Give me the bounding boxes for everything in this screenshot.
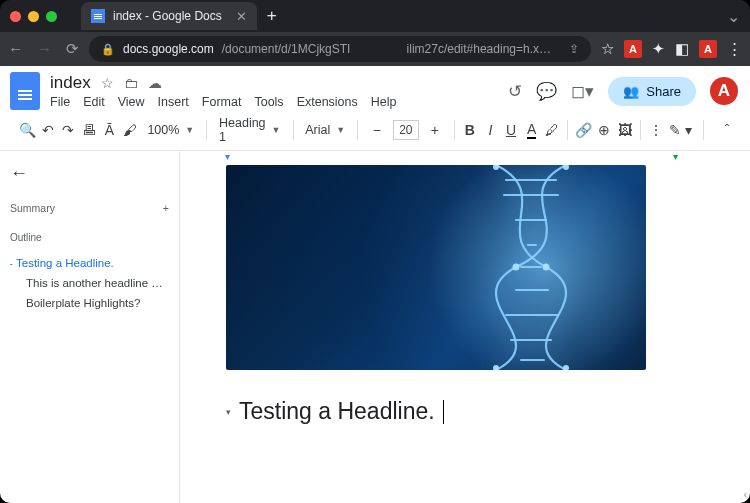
outline-item-0[interactable]: Testing a Headline. xyxy=(10,253,169,273)
minimize-window[interactable] xyxy=(28,11,39,22)
tab-close-icon[interactable]: ✕ xyxy=(236,9,247,24)
os-titlebar: index - Google Docs ✕ + ⌄ xyxy=(0,0,750,32)
bookmark-star-icon[interactable]: ☆ xyxy=(601,40,614,58)
meet-icon[interactable]: ◻▾ xyxy=(571,81,594,102)
extensions-puzzle-icon[interactable]: ✦ xyxy=(652,40,665,58)
font-size-control: − 20 + xyxy=(364,117,448,143)
menu-extensions[interactable]: Extensions xyxy=(297,95,358,109)
nav-reload-icon[interactable]: ⟳ xyxy=(66,40,79,58)
docs-favicon-icon xyxy=(91,9,105,23)
text-color-button[interactable]: A xyxy=(522,117,541,143)
document-canvas[interactable]: ▾ Testing a Headline. xyxy=(180,151,750,503)
paint-format-icon[interactable]: 🖌 xyxy=(121,117,140,143)
account-avatar[interactable]: A xyxy=(710,77,738,105)
profile-square-icon[interactable]: ◧ xyxy=(675,40,689,58)
zoom-select[interactable]: 100%▼ xyxy=(141,123,200,137)
move-folder-icon[interactable]: 🗀 xyxy=(124,75,138,91)
share-person-icon: 👥 xyxy=(623,84,639,99)
cloud-status-icon[interactable]: ☁ xyxy=(148,75,162,91)
insert-comment-icon[interactable]: ⊕ xyxy=(595,117,614,143)
svg-point-10 xyxy=(563,165,569,170)
tab-overflow-icon[interactable]: ⌄ xyxy=(727,7,740,26)
history-icon[interactable]: ↺ xyxy=(508,81,522,102)
collapse-toolbar-icon[interactable]: ˆ xyxy=(714,117,740,143)
dna-helix-icon xyxy=(466,165,596,370)
menu-edit[interactable]: Edit xyxy=(83,95,105,109)
menu-format[interactable]: Format xyxy=(202,95,242,109)
italic-button[interactable]: I xyxy=(481,117,500,143)
font-select[interactable]: Arial▼ xyxy=(299,123,351,137)
browser-tabstrip: index - Google Docs ✕ + xyxy=(81,2,277,30)
address-bar[interactable]: 🔒 docs.google.com/document/d/1MCjkgSTI i… xyxy=(89,36,591,62)
text-cursor xyxy=(443,400,444,424)
menu-insert[interactable]: Insert xyxy=(158,95,189,109)
collapse-heading-icon[interactable]: ▾ xyxy=(226,407,231,417)
svg-point-13 xyxy=(563,365,569,370)
svg-point-12 xyxy=(513,264,520,271)
menu-view[interactable]: View xyxy=(118,95,145,109)
sidebar-back-icon[interactable]: ← xyxy=(10,163,169,184)
docs-app: index ☆ 🗀 ☁ File Edit View Insert Format… xyxy=(0,66,750,503)
star-icon[interactable]: ☆ xyxy=(101,75,114,91)
docs-menubar: index ☆ 🗀 ☁ File Edit View Insert Format… xyxy=(0,66,750,112)
docs-logo-icon[interactable] xyxy=(10,72,40,110)
svg-point-14 xyxy=(493,365,499,370)
url-host: docs.google.com xyxy=(123,42,214,56)
outline-item-2[interactable]: Boilerplate Highlights? xyxy=(10,293,169,313)
font-value: Arial xyxy=(305,123,330,137)
menu-row: File Edit View Insert Format Tools Exten… xyxy=(50,95,397,109)
paragraph-style-select[interactable]: Heading 1▼ xyxy=(213,116,287,144)
browser-menu-icon[interactable]: ⋮ xyxy=(727,40,742,58)
summary-label: Summary xyxy=(10,202,55,214)
font-size-decrease[interactable]: − xyxy=(364,117,390,143)
docs-toolbar: 🔍 ↶ ↷ 🖶 Ā 🖌 100%▼ Heading 1▼ Arial▼ − 20… xyxy=(0,112,750,151)
outline-item-1[interactable]: This is another headline here f… xyxy=(10,273,169,293)
doc-title[interactable]: index xyxy=(50,73,91,93)
heading-block: ▾ Testing a Headline. xyxy=(226,398,710,425)
nav-back-icon[interactable]: ← xyxy=(8,40,23,58)
browser-toolbar: ← → ⟳ 🔒 docs.google.com/document/d/1MCjk… xyxy=(0,32,750,66)
insert-image-icon[interactable]: 🖼 xyxy=(615,117,634,143)
url-path: /document/d/1MCjkgSTI xyxy=(222,42,351,56)
explore-icon[interactable]: ‹ xyxy=(744,489,747,500)
share-label: Share xyxy=(646,84,681,99)
nav-forward-icon: → xyxy=(37,40,52,58)
window-controls xyxy=(10,11,57,22)
bold-button[interactable]: B xyxy=(461,117,480,143)
spellcheck-icon[interactable]: Ā xyxy=(100,117,119,143)
add-summary-icon[interactable]: + xyxy=(163,202,169,214)
menu-help[interactable]: Help xyxy=(371,95,397,109)
browser-tab-active[interactable]: index - Google Docs ✕ xyxy=(81,2,257,30)
redo-icon[interactable]: ↷ xyxy=(59,117,78,143)
url-suffix: ilim27c/edit#heading=h.x… xyxy=(407,42,551,56)
new-tab-button[interactable]: + xyxy=(267,6,277,26)
comments-icon[interactable]: 💬 xyxy=(536,81,557,102)
ruler-indent-right-icon[interactable]: ▾ xyxy=(673,151,678,162)
maximize-window[interactable] xyxy=(46,11,57,22)
highlight-button[interactable]: 🖊 xyxy=(543,117,562,143)
menu-tools[interactable]: Tools xyxy=(254,95,283,109)
zoom-value: 100% xyxy=(147,123,179,137)
extension-a1-icon[interactable]: A xyxy=(624,40,642,58)
heading-text[interactable]: Testing a Headline. xyxy=(239,398,435,425)
underline-button[interactable]: U xyxy=(502,117,521,143)
tab-title: index - Google Docs xyxy=(113,9,222,23)
menu-file[interactable]: File xyxy=(50,95,70,109)
extension-a2-icon[interactable]: A xyxy=(699,40,717,58)
editing-mode-icon[interactable]: ✎ ▾ xyxy=(667,117,693,143)
font-size-input[interactable]: 20 xyxy=(393,120,419,140)
svg-point-11 xyxy=(543,264,550,271)
hero-image[interactable] xyxy=(226,165,646,370)
font-size-increase[interactable]: + xyxy=(422,117,448,143)
share-url-icon[interactable]: ⇪ xyxy=(569,42,579,56)
ruler-indent-left-icon[interactable]: ▾ xyxy=(225,151,230,162)
close-window[interactable] xyxy=(10,11,21,22)
outline-sidebar: ← Summary + Outline Testing a Headline. … xyxy=(0,151,180,503)
share-button[interactable]: 👥 Share xyxy=(608,77,696,106)
print-icon[interactable]: 🖶 xyxy=(80,117,99,143)
insert-link-icon[interactable]: 🔗 xyxy=(574,117,593,143)
more-tools-icon[interactable]: ⋮ xyxy=(647,117,666,143)
undo-icon[interactable]: ↶ xyxy=(39,117,58,143)
svg-point-9 xyxy=(493,165,499,170)
search-icon[interactable]: 🔍 xyxy=(18,117,37,143)
